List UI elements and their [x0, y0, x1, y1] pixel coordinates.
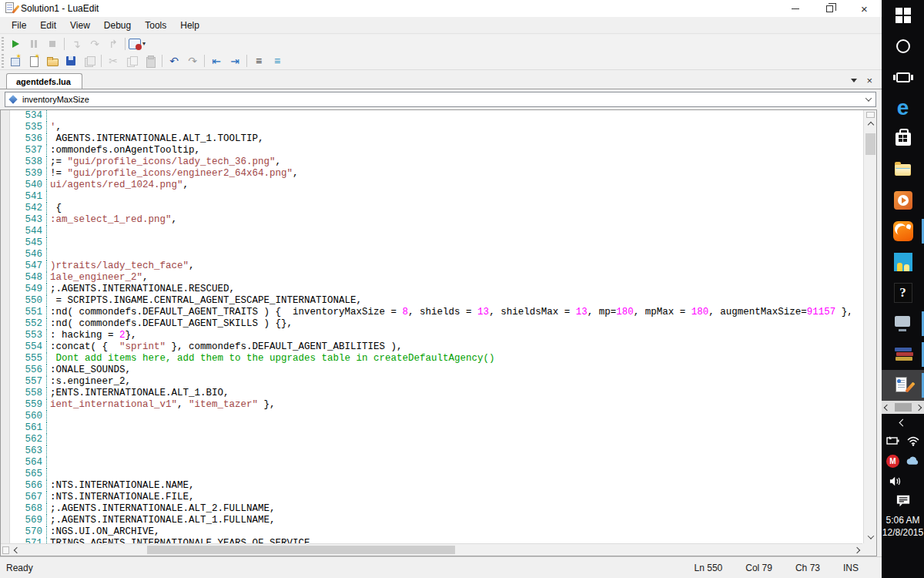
taskbar-overflow-scrollbar[interactable]: [882, 401, 924, 414]
horizontal-scrollbar[interactable]: [1, 543, 864, 556]
redo-button[interactable]: ↷: [183, 53, 202, 69]
wifi-tray-icon[interactable]: [906, 434, 920, 448]
combobox-dropdown-button[interactable]: [862, 92, 875, 106]
save-all-button[interactable]: [80, 53, 99, 69]
step-over-button[interactable]: ↷: [85, 35, 104, 52]
file-explorer-button[interactable]: [882, 154, 924, 185]
menu-item-tools[interactable]: Tools: [138, 18, 173, 33]
store-button[interactable]: [882, 123, 924, 154]
task-view-button[interactable]: [882, 62, 924, 92]
title-bar[interactable]: Solution1 - LuaEdit ×: [0, 0, 882, 17]
code-pane[interactable]: 534535',536 AGENTS.INTERNATIONALE.ALT_1.…: [10, 110, 850, 544]
taskbar-scroll-right-icon[interactable]: [916, 404, 922, 410]
code-line: 552:nd( commondefs.DEFAULT_AGENT_SKILLS …: [10, 318, 850, 330]
split-handle[interactable]: [866, 112, 875, 118]
line-number: 545: [10, 237, 47, 249]
symbol-combobox[interactable]: inventoryMaxSize: [5, 92, 876, 107]
minimize-button[interactable]: [778, 0, 812, 17]
new-project-button[interactable]: [6, 53, 25, 69]
step-out-button[interactable]: ↱: [104, 35, 122, 52]
document-tab-strip: agentdefs.lua ×: [0, 73, 882, 89]
code-line: 555 Dont add items here, add them to the…: [10, 353, 850, 365]
vertical-scrollbar[interactable]: [863, 110, 876, 544]
line-number: 552: [10, 318, 47, 330]
game-tile-icon: [894, 253, 912, 271]
dropdown-caret-icon[interactable]: ▾: [142, 40, 146, 47]
taskbar-scroll-thumb[interactable]: [895, 403, 912, 412]
uncomment-button[interactable]: ≡: [268, 53, 286, 69]
scroll-up-button[interactable]: [864, 119, 877, 130]
taskbar-app-buttons: e?: [882, 0, 924, 401]
cortana-button[interactable]: [882, 31, 924, 62]
comment-button[interactable]: ≡: [249, 53, 268, 69]
taskbar-clock[interactable]: 5:06 AM 12/8/2015: [882, 514, 924, 539]
code-text: [47, 434, 50, 445]
media-player-button[interactable]: [882, 185, 924, 216]
taskbar-scroll-left-icon[interactable]: [884, 404, 890, 410]
tab-agentdefs-lua[interactable]: agentdefs.lua: [6, 73, 82, 89]
run-button[interactable]: [6, 35, 25, 52]
restore-icon: [826, 5, 833, 12]
chevron-up-icon: [867, 122, 873, 128]
indent-button[interactable]: ⇥: [226, 53, 244, 69]
copy-icon: [126, 55, 138, 67]
outdent-button[interactable]: ⇤: [207, 53, 226, 69]
game-tile-button[interactable]: [882, 247, 924, 277]
close-button[interactable]: ×: [847, 0, 882, 17]
save-button[interactable]: [62, 53, 80, 69]
step-into-button[interactable]: ↴: [67, 35, 85, 52]
paste-button[interactable]: [141, 53, 159, 69]
store-icon: [896, 133, 911, 146]
new-file-button[interactable]: [25, 53, 43, 69]
open-button[interactable]: [43, 53, 62, 69]
luaedit-taskbar-button[interactable]: [882, 370, 924, 401]
status-line: Ln 550: [695, 563, 723, 573]
tab-close-icon[interactable]: ×: [866, 76, 872, 86]
code-line: 545: [10, 237, 850, 249]
my-computer-button[interactable]: [882, 308, 924, 339]
uc-browser-icon: [893, 221, 913, 241]
cut-button[interactable]: ✂: [104, 53, 122, 69]
code-line: 558;ENTS.INTERNATIONALE.ALT_1.BIO,: [10, 388, 850, 399]
volume-tray-icon[interactable]: [889, 474, 903, 488]
pause-button[interactable]: [25, 35, 43, 52]
breakpoint-margin[interactable]: [1, 110, 10, 544]
question-app-button[interactable]: ?: [882, 277, 924, 308]
chevron-left-icon: [13, 546, 19, 553]
scroll-right-button[interactable]: [851, 544, 862, 556]
split-handle[interactable]: [2, 546, 9, 554]
toolbar-grip[interactable]: [2, 54, 4, 68]
horizontal-scroll-thumb[interactable]: [147, 546, 455, 554]
code-text: {: [47, 203, 62, 214]
menu-item-edit[interactable]: Edit: [33, 18, 63, 33]
menu-item-view[interactable]: View: [63, 18, 97, 33]
battery-tray-icon[interactable]: [886, 434, 900, 448]
show-hidden-icons-button[interactable]: [882, 414, 924, 431]
restore-button[interactable]: [812, 0, 847, 17]
edge-button[interactable]: e: [882, 92, 924, 123]
code-text: [47, 237, 50, 249]
action-center-icon[interactable]: [896, 494, 910, 508]
menu-item-file[interactable]: File: [5, 18, 33, 33]
start-button[interactable]: [882, 0, 924, 31]
uc-browser-button[interactable]: [882, 216, 924, 247]
winrar-button[interactable]: [882, 339, 924, 370]
undo-button[interactable]: ↶: [165, 53, 183, 69]
mega-tray-icon[interactable]: M: [886, 455, 899, 468]
copy-button[interactable]: [122, 53, 141, 69]
code-text: [47, 422, 50, 434]
line-number: 534: [10, 110, 47, 122]
toggle-breakpoint-button[interactable]: ▾: [128, 35, 146, 52]
code-line: 537:ommondefs.onAgentTooltip,: [10, 145, 850, 156]
scroll-left-button[interactable]: [11, 544, 22, 556]
onedrive-tray-icon[interactable]: [906, 454, 919, 468]
stop-button[interactable]: [43, 35, 62, 52]
vertical-scroll-thumb[interactable]: [865, 133, 875, 155]
menu-item-help[interactable]: Help: [173, 18, 206, 33]
code-editor[interactable]: 534535',536 AGENTS.INTERNATIONALE.ALT_1.…: [0, 109, 877, 556]
toolbar-grip[interactable]: [2, 37, 4, 51]
code-text: ;= "gui/profile_icons/lady_tech_36.png",: [47, 156, 281, 168]
tab-list-dropdown-icon[interactable]: [851, 79, 857, 82]
scroll-down-button[interactable]: [864, 532, 877, 543]
menu-item-debug[interactable]: Debug: [97, 18, 138, 33]
